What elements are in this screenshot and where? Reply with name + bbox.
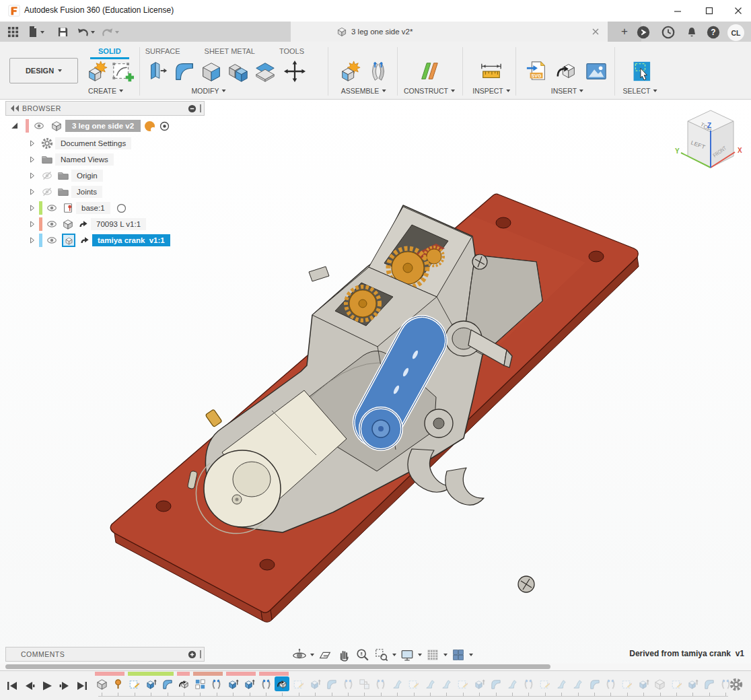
timeline-op-20-sweep[interactable] — [423, 676, 437, 691]
extensions-button[interactable] — [635, 24, 652, 41]
browser-item-label[interactable]: base:1 — [76, 202, 110, 214]
job-status-button[interactable] — [659, 24, 677, 41]
assemble-new-component-button[interactable] — [338, 59, 362, 83]
combine-button[interactable] — [226, 59, 250, 83]
timeline-go-to-end-button[interactable] — [74, 678, 90, 694]
timeline-op-29-sweep[interactable] — [571, 676, 585, 691]
zoom-window-caret[interactable] — [392, 654, 396, 656]
minimize-button[interactable] — [666, 1, 689, 20]
timeline-group-bar-2[interactable] — [177, 672, 190, 676]
notifications-button[interactable] — [683, 24, 701, 41]
timeline-op-26-joint[interactable] — [521, 676, 536, 691]
close-button[interactable] — [727, 1, 750, 20]
construct-plane-button[interactable] — [417, 59, 441, 83]
timeline-group-bar-5[interactable] — [259, 672, 289, 676]
timeline-group-bar-0[interactable] — [95, 672, 124, 676]
timeline-op-32-sketch[interactable] — [620, 676, 635, 691]
timeline-op-10-joint[interactable] — [258, 676, 273, 691]
activate-component-icon[interactable] — [159, 120, 170, 132]
timeline-step-back-button[interactable] — [22, 678, 38, 694]
timeline-op-22-sketch[interactable] — [456, 676, 470, 691]
zoom-button[interactable] — [355, 647, 371, 663]
timeline-play-button[interactable] — [39, 678, 55, 694]
move-button[interactable] — [283, 59, 307, 83]
insert-svg-button[interactable]: SVG — [525, 59, 549, 83]
root-component-label[interactable]: 3 leg one side v2 — [65, 120, 141, 132]
look-at-button[interactable] — [317, 647, 333, 663]
file-menu-caret[interactable] — [40, 31, 44, 34]
expand-triangle-icon[interactable] — [27, 203, 38, 213]
timeline-op-23-extrude[interactable] — [472, 676, 487, 691]
timeline-op-35-sketch[interactable] — [669, 676, 684, 691]
workspace-selector[interactable]: DESIGN — [9, 58, 78, 83]
timeline-op-36-extrude[interactable] — [685, 676, 700, 691]
browser-item-base-1[interactable]: base:1 — [27, 201, 127, 215]
browser-item-document-settings[interactable]: Document Settings — [27, 136, 131, 151]
maximize-button[interactable] — [698, 1, 721, 20]
insert-derive-button[interactable] — [555, 59, 579, 83]
tab-surface[interactable]: SURFACE — [133, 44, 192, 58]
browser-item-joints[interactable]: Joints — [27, 184, 102, 199]
expand-triangle-icon[interactable] — [27, 170, 38, 181]
display-settings-caret[interactable] — [418, 654, 422, 656]
viewports-caret[interactable] — [469, 654, 473, 656]
redo-caret[interactable] — [115, 31, 119, 34]
shell-button[interactable] — [199, 59, 223, 83]
assemble-group-label[interactable]: ASSEMBLE — [341, 86, 386, 96]
panel-collapse-circle-icon[interactable] — [188, 104, 196, 113]
browser-item-70093-l-v1-1[interactable]: 70093 L v1:1 — [27, 217, 146, 232]
timeline-scrollbar-thumb[interactable] — [5, 664, 550, 669]
zoom-window-button[interactable] — [373, 647, 390, 663]
browser-item-tamiya-crank-v1-1[interactable]: tamiya crank v1:1 — [27, 233, 170, 248]
browser-panel-header[interactable]: BROWSER — [5, 101, 205, 116]
insert-canvas-button[interactable] — [584, 59, 608, 83]
timeline-op-14-fillet[interactable] — [324, 676, 339, 691]
view-cube[interactable]: TOP LEFT FRONT Y X Z — [675, 110, 742, 168]
timeline-op-7-joint[interactable] — [209, 676, 224, 691]
modify-group-label[interactable]: MODIFY — [192, 86, 226, 96]
panel-grip[interactable] — [200, 650, 201, 658]
create-sketch-button[interactable] — [110, 59, 135, 83]
expand-triangle-icon[interactable] — [27, 186, 38, 197]
timeline-group-bar-4[interactable] — [226, 672, 256, 676]
new-component-button[interactable] — [85, 59, 109, 83]
browser-item-origin[interactable]: Origin — [27, 168, 103, 183]
timeline-op-5-insert[interactable] — [176, 676, 191, 691]
timeline-op-6-pattern[interactable] — [192, 676, 207, 691]
tab-sheet-metal[interactable]: SHEET METAL — [192, 44, 267, 58]
app-grid-menu-button[interactable] — [5, 24, 20, 39]
user-avatar[interactable]: CL — [727, 24, 744, 41]
timeline-op-18-sweep[interactable] — [390, 676, 404, 691]
timeline-op-2-sketch[interactable] — [127, 676, 142, 691]
visibility-eye-off-icon[interactable] — [41, 186, 53, 198]
timeline-op-4-fillet[interactable] — [160, 676, 175, 691]
inspect-group-label[interactable]: INSPECT — [472, 86, 510, 96]
timeline-go-to-start-button[interactable] — [4, 678, 20, 694]
expand-triangle-icon[interactable] — [9, 120, 20, 131]
browser-item-label[interactable]: tamiya crank v1:1 — [92, 234, 170, 246]
create-group-label[interactable]: CREATE — [88, 86, 123, 96]
timeline-op-9-extrude[interactable] — [242, 676, 257, 691]
timeline-step-forward-button[interactable] — [57, 678, 73, 694]
model-viewport[interactable]: TOP LEFT FRONT Y X Z BROWSER — [0, 100, 751, 670]
grid-settings-button[interactable] — [425, 647, 441, 663]
undo-button[interactable] — [75, 24, 90, 39]
insert-group-label[interactable]: INSERT — [551, 86, 583, 96]
timeline-group-bar-1[interactable] — [128, 672, 174, 676]
timeline-op-25-sweep[interactable] — [505, 676, 520, 691]
3d-scene[interactable]: TOP LEFT FRONT Y X Z — [0, 100, 751, 670]
panel-grip[interactable] — [200, 104, 201, 112]
display-settings-button[interactable] — [399, 647, 415, 663]
visibility-eye-icon[interactable] — [46, 202, 58, 214]
timeline-op-13-extrude[interactable] — [308, 676, 322, 691]
timeline-op-12-sketch[interactable] — [291, 676, 306, 691]
press-pull-button[interactable] — [145, 59, 170, 83]
expand-triangle-icon[interactable] — [27, 219, 38, 230]
orbit-button[interactable] — [291, 647, 308, 663]
timeline-op-11-insert[interactable] — [275, 676, 289, 691]
grid-settings-caret[interactable] — [443, 654, 448, 656]
timeline-op-31-joint[interactable] — [603, 676, 618, 691]
expand-triangle-icon[interactable] — [27, 138, 38, 149]
timeline-op-1-pin[interactable] — [110, 676, 125, 691]
browser-item-named-views[interactable]: Named Views — [27, 152, 114, 167]
